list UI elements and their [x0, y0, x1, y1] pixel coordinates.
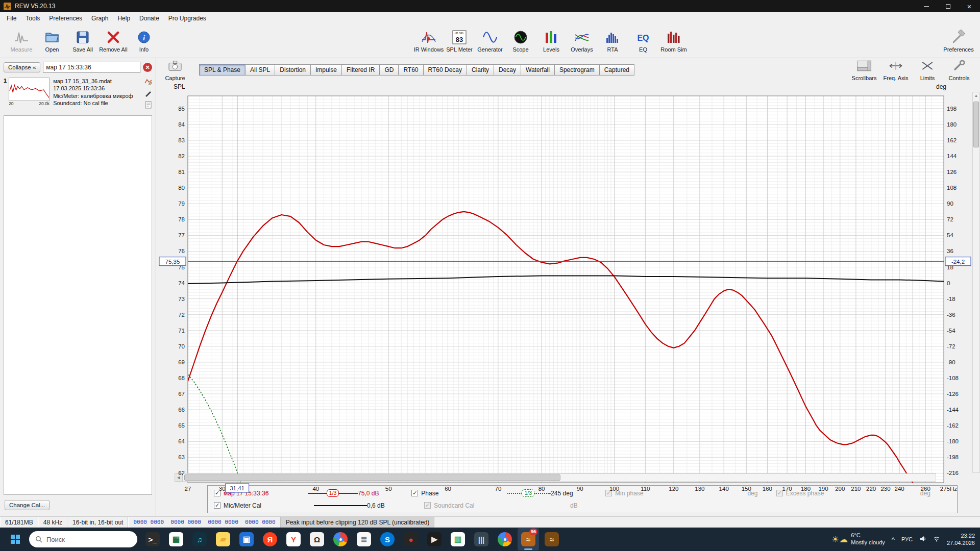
- graph-limits-button[interactable]: Limits: [912, 60, 943, 81]
- svg-text:90: 90: [577, 486, 583, 492]
- toolbar-preferences-button[interactable]: Preferences: [943, 27, 974, 56]
- rew-icon: ≈: [545, 532, 559, 546]
- svg-text:36: 36: [947, 248, 953, 254]
- tab-rt60[interactable]: RT60: [398, 64, 423, 76]
- menu-item-help[interactable]: Help: [113, 13, 135, 24]
- taskbar-search[interactable]: Поиск: [29, 531, 137, 547]
- measurement-mic-cal: Mic/Meter: калибровка микроф: [53, 92, 141, 99]
- tab-clarity[interactable]: Clarity: [467, 64, 494, 76]
- spl-phase-chart[interactable]: 62-21663-19864-18065-16266-14467-12668-1…: [156, 92, 972, 473]
- toolbar-remove-all-button[interactable]: Remove All: [98, 27, 129, 56]
- svg-text:75,35: 75,35: [165, 259, 180, 265]
- start-button[interactable]: [5, 529, 26, 549]
- capture-button[interactable]: Capture: [159, 60, 191, 81]
- svg-text:220: 220: [866, 486, 876, 492]
- tab-rt60-decay[interactable]: RT60 Decay: [423, 64, 467, 76]
- tab-gd[interactable]: GD: [379, 64, 399, 76]
- clock[interactable]: 23:22 27.04.2026: [947, 532, 975, 547]
- language-indicator[interactable]: РУС: [901, 536, 913, 542]
- close-button[interactable]: ×: [959, 0, 980, 12]
- vertical-scrollbar[interactable]: ▲: [972, 92, 980, 473]
- tab-impulse[interactable]: Impulse: [310, 64, 342, 76]
- toolbar-save-all-button[interactable]: Save All: [67, 27, 98, 56]
- measurement-filter-input[interactable]: [43, 62, 140, 73]
- tray-expand-icon[interactable]: ^: [892, 536, 895, 543]
- svg-text:0: 0: [947, 280, 950, 286]
- scroll-up-icon[interactable]: ▲: [974, 92, 978, 99]
- taskbar-app-rew[interactable]: ≈: [541, 528, 562, 550]
- speaker-icon[interactable]: [919, 535, 926, 543]
- menu-item-pro-upgrades[interactable]: Pro Upgrades: [164, 13, 211, 24]
- horizontal-scrollbar[interactable]: ◄ ►: [175, 473, 944, 482]
- maximize-button[interactable]: [937, 0, 959, 12]
- toolbar-eq-button[interactable]: EQEQ: [628, 27, 658, 56]
- clear-filter-button[interactable]: ✕: [143, 63, 152, 72]
- svg-text:-126: -126: [947, 391, 959, 397]
- taskbar-app-media-player[interactable]: ▶: [424, 528, 445, 550]
- menu-item-donate[interactable]: Donate: [135, 13, 164, 24]
- graph-freq-axis-button[interactable]: Freq. Axis: [880, 60, 912, 81]
- toolbar-levels-button[interactable]: Levels: [536, 27, 567, 56]
- tab-waterfall[interactable]: Waterfall: [521, 64, 555, 76]
- taskbar-app-yandex-y[interactable]: Y: [283, 528, 304, 550]
- legend-value: dB: [570, 502, 630, 509]
- network-icon[interactable]: [933, 535, 940, 543]
- menu-item-graph[interactable]: Graph: [87, 13, 113, 24]
- toolbar-room-sim-button[interactable]: Room Sim: [658, 27, 689, 56]
- graph-scrollbars-button[interactable]: Scrollbars: [848, 60, 880, 81]
- legend-checkbox-soundcard-cal[interactable]: ✓: [424, 502, 431, 509]
- taskbar-app-notes[interactable]: ≣: [353, 528, 375, 550]
- tab-spectrogram[interactable]: Spectrogram: [554, 64, 600, 76]
- taskbar-app-chrome[interactable]: [494, 528, 516, 550]
- taskbar-app-file-explorer[interactable]: ▰: [212, 528, 234, 550]
- taskbar-app-recorder[interactable]: ●: [400, 528, 422, 550]
- collapse-button[interactable]: Collapse «: [4, 62, 40, 72]
- taskbar-app-yandex-browser[interactable]: Я: [259, 528, 281, 550]
- horizontal-scroll-thumb[interactable]: [184, 474, 560, 481]
- trace-color-icon[interactable]: [144, 78, 152, 87]
- measurement-item[interactable]: 1 20 20.0k мар 17 15_33_36.mdat 17.03.20…: [0, 75, 156, 113]
- menu-item-tools[interactable]: Tools: [21, 13, 44, 24]
- toolbar-overlays-button[interactable]: Overlays: [567, 27, 597, 56]
- taskbar-app-stats[interactable]: ▥: [447, 528, 469, 550]
- menu-item-file[interactable]: File: [2, 13, 21, 24]
- menu-item-preferences[interactable]: Preferences: [44, 13, 87, 24]
- taskbar-app-browser-colorful[interactable]: [330, 528, 351, 550]
- weather-widget[interactable]: ☀☁ 6°C Mostly cloudy: [831, 532, 885, 546]
- toolbar-info-button[interactable]: iInfo: [129, 27, 159, 56]
- menu-bar: FileToolsPreferencesGraphHelpDonatePro U…: [0, 12, 980, 24]
- taskbar-app-skype[interactable]: S: [377, 528, 398, 550]
- taskbar-app-terminal[interactable]: >_: [142, 528, 163, 550]
- tab-filtered-ir[interactable]: Filtered IR: [341, 64, 380, 76]
- taskbar-app-rew-running[interactable]: ≈96: [518, 528, 539, 550]
- tab-all-spl[interactable]: All SPL: [245, 64, 275, 76]
- legend-checkbox-mic-meter-cal[interactable]: ✓: [214, 502, 220, 509]
- svg-text:80: 80: [538, 486, 545, 492]
- tab-distortion[interactable]: Distortion: [275, 64, 311, 76]
- taskbar-app-mixer[interactable]: |||: [471, 528, 492, 550]
- measurement-list[interactable]: [4, 115, 152, 495]
- toolbar-open-button[interactable]: Open: [37, 27, 67, 56]
- svg-text:150: 150: [742, 486, 751, 492]
- toolbar-measure-button[interactable]: Measure: [6, 27, 37, 56]
- svg-text:77: 77: [178, 232, 185, 238]
- tab-captured[interactable]: Captured: [599, 64, 634, 76]
- tab-spl-phase[interactable]: SPL & Phase: [199, 64, 246, 76]
- taskbar-app-audio-editor[interactable]: ♫: [189, 528, 210, 550]
- taskbar-app-omega-app[interactable]: Ω: [306, 528, 328, 550]
- notes-icon: ≣: [357, 532, 371, 546]
- change-cal-button[interactable]: Change Cal...: [5, 500, 50, 510]
- minimize-button[interactable]: [916, 0, 937, 12]
- toolbar-rta-button[interactable]: RTA: [597, 27, 628, 56]
- vertical-scroll-thumb[interactable]: [973, 102, 979, 147]
- edit-pencil-icon[interactable]: [144, 89, 152, 99]
- taskbar-app-spreadsheet[interactable]: ▦: [165, 528, 187, 550]
- tab-decay[interactable]: Decay: [494, 64, 521, 76]
- graph-controls-button[interactable]: Controls: [943, 60, 975, 81]
- toolbar-ir-windows-button[interactable]: IR Windows: [413, 27, 444, 56]
- notes-icon[interactable]: [145, 101, 152, 111]
- toolbar-generator-button[interactable]: Generator: [475, 27, 505, 56]
- toolbar-scope-button[interactable]: Scope: [505, 27, 536, 56]
- toolbar-spl-meter-button[interactable]: dB SPL83SPL Meter: [444, 27, 475, 56]
- taskbar-app-photos[interactable]: ▣: [236, 528, 257, 550]
